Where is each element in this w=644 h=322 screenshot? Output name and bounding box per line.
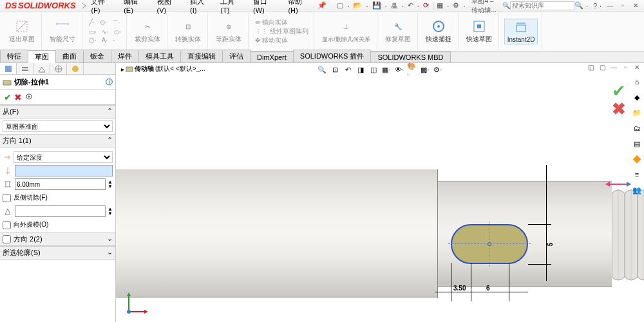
- tab-sheetmetal[interactable]: 钣金: [83, 50, 111, 62]
- options-icon[interactable]: ⚙: [453, 1, 459, 10]
- confirm-ok-icon[interactable]: ✔: [612, 81, 626, 101]
- graphics-view[interactable]: ▸ 传动轴 (默认< <默认>_... 🔍 ⊡ ↶ ◨ ◫ ▦· 👁· 🎨· ▩…: [116, 63, 644, 322]
- convert-button[interactable]: ⊡转换实体: [173, 18, 204, 44]
- tab-mold[interactable]: 模具工具: [138, 50, 181, 62]
- tp-resources-icon[interactable]: ◆: [631, 91, 643, 103]
- tp-explorer-icon[interactable]: 🗂: [631, 122, 643, 134]
- rebuild-icon[interactable]: ⟳: [423, 1, 429, 10]
- ok-button[interactable]: ✔: [4, 92, 12, 102]
- dir2-header[interactable]: 方向 2(2): [14, 234, 43, 244]
- dir1-type-select[interactable]: 给定深度: [14, 151, 113, 163]
- tab-addins[interactable]: SOLIDWORKS 插件: [293, 50, 372, 62]
- pm-tab-appear[interactable]: [67, 63, 84, 74]
- tab-weld[interactable]: 焊件: [111, 50, 139, 62]
- dir2-checkbox[interactable]: [3, 234, 11, 244]
- contours-header[interactable]: 所选轮廓(S): [3, 248, 41, 258]
- save-icon[interactable]: 💾: [372, 1, 381, 10]
- draft-out-checkbox[interactable]: [3, 221, 11, 229]
- text-tool[interactable]: A·: [100, 37, 109, 44]
- search-input[interactable]: [510, 1, 574, 10]
- tab-mbd[interactable]: SOLIDWORKS MBD: [370, 52, 450, 62]
- scene-icon[interactable]: ▩·: [420, 64, 430, 75]
- select-icon[interactable]: ▦: [437, 1, 443, 10]
- view-orient-icon[interactable]: ◫: [368, 64, 379, 75]
- minimize-button[interactable]: —: [605, 2, 614, 10]
- view-settings-icon[interactable]: ⚙·: [433, 64, 443, 75]
- exit-sketch-button[interactable]: 退出草图: [6, 18, 37, 44]
- tab-features[interactable]: 特征: [0, 50, 28, 62]
- circle-tool[interactable]: ⊙·: [99, 19, 108, 28]
- point-tool[interactable]: ·: [111, 37, 116, 44]
- section-icon[interactable]: ◨: [355, 64, 366, 75]
- new-icon[interactable]: ▢: [337, 1, 343, 10]
- expand-icon[interactable]: ⌄: [107, 248, 113, 258]
- dim-3-50[interactable]: 3.50: [453, 285, 466, 292]
- doc-close-icon[interactable]: ✕: [632, 63, 641, 71]
- tp-custom-icon[interactable]: ≡: [631, 169, 643, 180]
- doc-restore-icon[interactable]: ◱: [586, 63, 595, 71]
- rect-tool[interactable]: ▭·: [88, 28, 98, 36]
- snap-button[interactable]: 快速捕捉: [423, 18, 454, 44]
- relations-button[interactable]: ⊥显示/删除几何关系: [319, 19, 373, 44]
- hide-show-icon[interactable]: 👁·: [394, 64, 404, 75]
- pin-icon[interactable]: 📌: [317, 1, 327, 10]
- doc-min-icon[interactable]: —: [609, 63, 618, 71]
- tp-view-palette-icon[interactable]: ▤: [631, 138, 643, 149]
- tab-surface[interactable]: 曲面: [55, 50, 84, 62]
- mirror-button[interactable]: ⇎ 镜向实体: [254, 18, 289, 27]
- appearance-icon[interactable]: 🎨·: [407, 64, 417, 75]
- open-icon[interactable]: 📂: [353, 1, 362, 10]
- chevron-right-icon[interactable]: [81, 3, 88, 9]
- search-dd-icon[interactable]: 🔍: [574, 1, 583, 10]
- ellipse-tool[interactable]: ⬭·: [113, 28, 123, 36]
- doc-max-icon[interactable]: ▢: [598, 63, 607, 71]
- arc-tool[interactable]: ⌒·: [111, 19, 122, 28]
- doc-max2-icon[interactable]: ▫: [621, 63, 630, 71]
- tp-appearance-icon[interactable]: 🔶: [631, 153, 643, 165]
- pm-tab-display[interactable]: [33, 63, 50, 74]
- pattern-button[interactable]: ⋮⋮ 线性草图阵列: [254, 27, 310, 36]
- tab-evaluate[interactable]: 评估: [222, 50, 251, 62]
- direction-triad[interactable]: [605, 178, 631, 192]
- tab-dimxpert[interactable]: DimXpert: [250, 52, 294, 62]
- preview-button[interactable]: [24, 92, 33, 102]
- collapse-icon[interactable]: ⌃: [107, 136, 113, 146]
- dir1-header[interactable]: 方向 1(1): [3, 136, 32, 146]
- restore-button[interactable]: ▫: [618, 2, 627, 10]
- draft-input[interactable]: [15, 205, 106, 217]
- smart-dim-button[interactable]: 智能尺寸: [47, 18, 78, 44]
- tab-directedit[interactable]: 直接编辑: [180, 50, 223, 62]
- direction-input[interactable]: [15, 165, 113, 176]
- close-button[interactable]: ✕: [631, 2, 640, 10]
- direction-icon[interactable]: [3, 166, 13, 176]
- pm-tab-dim[interactable]: [50, 63, 67, 74]
- draft-icon[interactable]: [3, 206, 13, 216]
- prev-view-icon[interactable]: ↶: [343, 64, 353, 75]
- trim-button[interactable]: ✂裁剪实体: [132, 18, 163, 44]
- breadcrumb[interactable]: ▸ 传动轴 (默认< <默认>_...: [121, 64, 205, 73]
- spline-tool[interactable]: ∿·: [100, 28, 110, 36]
- from-select[interactable]: 草图基准面: [3, 120, 113, 132]
- tp-forum-icon[interactable]: 👥: [631, 184, 643, 196]
- move-button[interactable]: ✥ 移动实体: [254, 36, 289, 45]
- expand-icon[interactable]: ⌄: [107, 234, 113, 244]
- line-tool[interactable]: ╱·: [88, 19, 96, 28]
- undo-icon[interactable]: ↶: [408, 1, 413, 10]
- from-header[interactable]: 从(F): [3, 107, 19, 117]
- zoom-fit-icon[interactable]: 🔍: [317, 64, 327, 75]
- pm-tab-feature[interactable]: [0, 63, 17, 74]
- spinner-icon[interactable]: ▲▼: [108, 180, 113, 189]
- dim-6[interactable]: 6: [486, 285, 490, 292]
- instant2d-button[interactable]: Instant2D: [504, 19, 538, 44]
- dim-5[interactable]: 5: [547, 243, 554, 247]
- confirm-cancel-icon[interactable]: ✖: [612, 99, 626, 119]
- tp-design-lib-icon[interactable]: 📁: [631, 107, 643, 118]
- zoom-area-icon[interactable]: ⊡: [330, 64, 340, 75]
- tab-sketch[interactable]: 草图: [28, 50, 56, 63]
- repair-button[interactable]: 🔧修复草图: [383, 18, 413, 44]
- quick-sketch-button[interactable]: 快速草图: [464, 18, 495, 44]
- spinner-icon[interactable]: ▲▼: [108, 207, 113, 216]
- offset-button[interactable]: ⊚等距实体: [213, 18, 244, 44]
- display-style-icon[interactable]: ▦·: [381, 64, 392, 75]
- pm-tab-config[interactable]: [17, 63, 33, 74]
